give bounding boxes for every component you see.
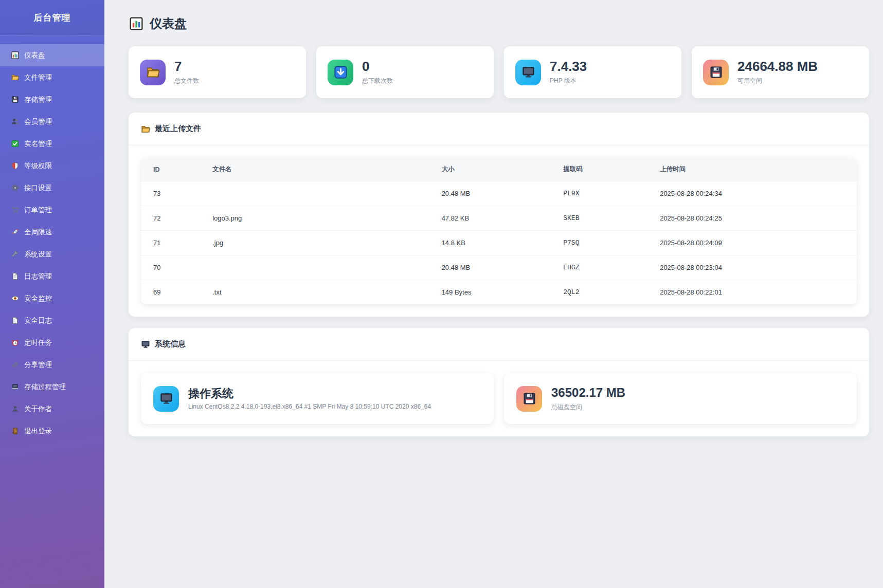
os-card: 操作系统 Linux CentOs8.2.2 4.18.0-193.el8.x8… bbox=[141, 373, 494, 424]
sidebar-item-退出登录[interactable]: 退出登录 bbox=[0, 420, 104, 442]
stat-label: 总文件数 bbox=[174, 77, 199, 85]
app-title: 后台管理 bbox=[0, 0, 104, 36]
stat-label: 总下载次数 bbox=[362, 77, 393, 85]
sidebar-item-label: 系统设置 bbox=[24, 250, 52, 259]
sidebar-item-实名管理[interactable]: 实名管理 bbox=[0, 133, 104, 155]
link-icon bbox=[11, 361, 19, 369]
disk-card-tile bbox=[516, 386, 542, 412]
floppy-icon bbox=[522, 392, 536, 406]
sidebar-item-系统设置[interactable]: 系统设置 bbox=[0, 243, 104, 265]
cell-time: 2025-08-28 00:23:04 bbox=[660, 255, 857, 280]
sidebar-item-存储过程管理[interactable]: 存储过程管理 bbox=[0, 376, 104, 398]
table-row: 69.txt149 Bytes2QL22025-08-28 00:22:01 bbox=[141, 280, 857, 305]
table-row: 71.jpg14.8 KBP7SQ2025-08-28 00:24:09 bbox=[141, 231, 857, 255]
sidebar-item-label: 文件管理 bbox=[24, 73, 52, 82]
alarm-icon bbox=[11, 339, 19, 346]
eye-icon bbox=[11, 295, 19, 302]
sidebar-item-会员管理[interactable]: 会员管理 bbox=[0, 111, 104, 133]
sidebar-item-label: 会员管理 bbox=[24, 117, 52, 126]
sidebar-item-label: 安全日志 bbox=[24, 316, 52, 325]
down-arrow-icon bbox=[334, 65, 348, 79]
bar-chart-icon bbox=[130, 17, 143, 30]
system-info-card: 系统信息 操作系统 Linux CentOs8.2.2 4.18.0-193.e… bbox=[129, 328, 869, 436]
floppy-icon bbox=[11, 96, 19, 103]
sidebar-item-存储管理[interactable]: 存储管理 bbox=[0, 88, 104, 111]
cell-name: .jpg bbox=[212, 231, 441, 255]
cell-size: 20.48 MB bbox=[442, 255, 564, 280]
stat-value: 24664.88 MB bbox=[737, 59, 818, 75]
cell-name bbox=[212, 255, 441, 280]
monitor-icon bbox=[159, 392, 173, 406]
sidebar: 后台管理 仪表盘文件管理存储管理会员管理实名管理等级权限接口设置订单管理全局限速… bbox=[0, 0, 104, 588]
sidebar-item-日志管理[interactable]: 日志管理 bbox=[0, 265, 104, 287]
folder-icon bbox=[11, 74, 19, 81]
bar-chart-icon bbox=[11, 51, 19, 59]
system-info-header: 系统信息 bbox=[129, 328, 869, 361]
sidebar-item-全局限速[interactable]: 全局限速 bbox=[0, 221, 104, 243]
sidebar-item-安全监控[interactable]: 安全监控 bbox=[0, 287, 104, 309]
sidebar-item-分享管理[interactable]: 分享管理 bbox=[0, 354, 104, 376]
stat-value: 0 bbox=[362, 59, 393, 75]
floppy-icon bbox=[709, 65, 723, 79]
stat-label: 可用空间 bbox=[737, 77, 818, 85]
monitor-icon bbox=[521, 65, 535, 79]
sidebar-item-label: 订单管理 bbox=[24, 206, 52, 215]
sidebar-item-文件管理[interactable]: 文件管理 bbox=[0, 66, 104, 88]
sidebar-item-label: 仪表盘 bbox=[24, 51, 45, 60]
cart-icon bbox=[11, 206, 19, 214]
recent-files-table: ID文件名大小提取码上传时间 7320.48 MBPL9X2025-08-28 … bbox=[141, 158, 857, 304]
sidebar-item-安全日志[interactable]: 安全日志 bbox=[0, 309, 104, 332]
table-row: 7320.48 MBPL9X2025-08-28 00:24:34 bbox=[141, 181, 857, 206]
recent-files-title: 最近上传文件 bbox=[155, 124, 201, 134]
page-icon bbox=[11, 317, 19, 324]
column-header: 文件名 bbox=[212, 158, 441, 181]
folder-icon bbox=[141, 124, 150, 134]
stat-value: 7.4.33 bbox=[550, 59, 587, 75]
recent-files-header: 最近上传文件 bbox=[129, 113, 869, 145]
sidebar-item-定时任务[interactable]: 定时任务 bbox=[0, 332, 104, 354]
stat-label: PHP 版本 bbox=[550, 77, 587, 85]
cell-code: 2QL2 bbox=[563, 280, 660, 305]
sidebar-item-label: 全局限速 bbox=[24, 228, 52, 237]
shield-icon bbox=[11, 162, 19, 170]
sidebar-item-label: 等级权限 bbox=[24, 161, 52, 171]
sidebar-item-label: 退出登录 bbox=[24, 427, 52, 436]
column-header: 上传时间 bbox=[660, 158, 857, 181]
cell-id: 71 bbox=[141, 231, 212, 255]
cell-name: logo3.png bbox=[212, 206, 441, 231]
sidebar-item-仪表盘[interactable]: 仪表盘 bbox=[0, 44, 104, 66]
page-title-text: 仪表盘 bbox=[150, 15, 187, 32]
table-row: 7020.48 MBEHGZ2025-08-28 00:23:04 bbox=[141, 255, 857, 280]
rocket-icon bbox=[11, 228, 19, 236]
sidebar-item-等级权限[interactable]: 等级权限 bbox=[0, 155, 104, 177]
cell-time: 2025-08-28 00:22:01 bbox=[660, 280, 857, 305]
gear-icon bbox=[11, 184, 19, 192]
monitor-icon bbox=[141, 340, 150, 349]
sidebar-item-关于作者[interactable]: 关于作者 bbox=[0, 398, 104, 420]
stat-tile bbox=[328, 60, 353, 85]
disk-card-label: 总磁盘空间 bbox=[551, 403, 625, 412]
table-row: 72logo3.png47.82 KBSKEB2025-08-28 00:24:… bbox=[141, 206, 857, 231]
laptop-icon bbox=[11, 383, 19, 391]
column-header: 大小 bbox=[442, 158, 564, 181]
system-info-title: 系统信息 bbox=[155, 339, 186, 349]
stats-row: 7总文件数0总下载次数7.4.33PHP 版本24664.88 MB可用空间 bbox=[129, 46, 869, 98]
cell-size: 47.82 KB bbox=[442, 206, 564, 231]
cell-size: 149 Bytes bbox=[442, 280, 564, 305]
recent-files-card: 最近上传文件 ID文件名大小提取码上传时间 7320.48 MBPL9X2025… bbox=[129, 113, 869, 317]
cell-id: 72 bbox=[141, 206, 212, 231]
sidebar-item-订单管理[interactable]: 订单管理 bbox=[0, 199, 104, 221]
disk-card: 36502.17 MB 总磁盘空间 bbox=[504, 373, 857, 424]
sidebar-item-label: 实名管理 bbox=[24, 139, 52, 149]
folder-icon bbox=[146, 65, 160, 79]
disk-card-value: 36502.17 MB bbox=[551, 385, 625, 400]
door-icon bbox=[11, 427, 19, 435]
stat-tile bbox=[140, 60, 166, 85]
column-header: 提取码 bbox=[563, 158, 660, 181]
sidebar-item-label: 日志管理 bbox=[24, 272, 52, 281]
sidebar-item-接口设置[interactable]: 接口设置 bbox=[0, 177, 104, 199]
cell-time: 2025-08-28 00:24:34 bbox=[660, 181, 857, 206]
stat-tile bbox=[703, 60, 729, 85]
main-content: 仪表盘 7总文件数0总下载次数7.4.33PHP 版本24664.88 MB可用… bbox=[104, 0, 883, 588]
table-body: 7320.48 MBPL9X2025-08-28 00:24:3472logo3… bbox=[141, 181, 857, 305]
